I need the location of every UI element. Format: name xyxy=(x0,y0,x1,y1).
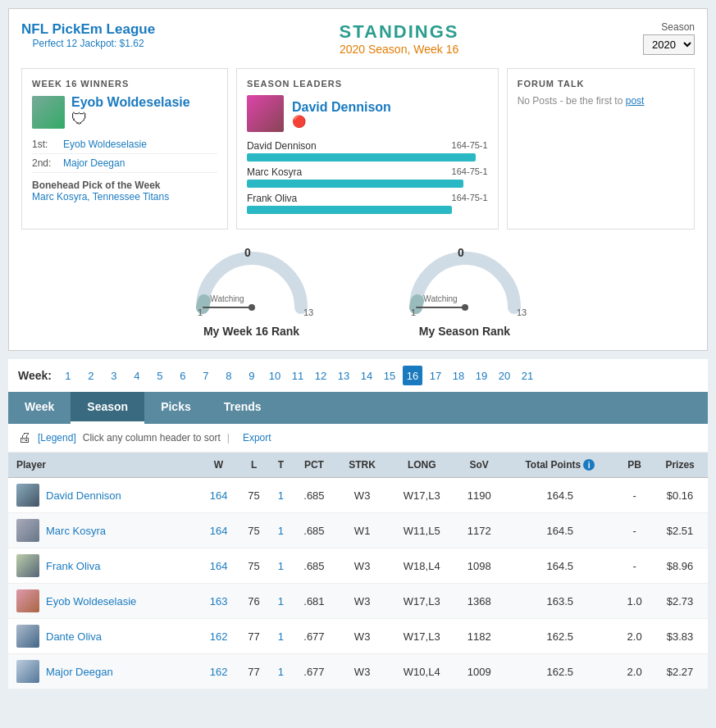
bonehead-section: Bonehead Pick of the Week Marc Kosyra, T… xyxy=(32,180,217,202)
tab-trends[interactable]: Trends xyxy=(208,392,278,424)
cell-prizes: $2.73 xyxy=(652,584,708,619)
table-row: Dante Oliva 162 77 1 .677 W3 W17,L3 1182… xyxy=(8,619,708,654)
cell-strk: W3 xyxy=(336,584,389,619)
player-name-link[interactable]: Frank Oliva xyxy=(46,560,100,572)
winner-info: Eyob Woldeselasie 🛡 xyxy=(71,95,190,129)
table-row: Eyob Woldeselasie 163 76 1 .681 W3 W17,L… xyxy=(8,584,708,619)
cell-t: 1 xyxy=(270,548,293,584)
cell-pct: .685 xyxy=(292,513,335,548)
week-8[interactable]: 8 xyxy=(219,366,239,385)
col-prizes[interactable]: Prizes xyxy=(652,453,708,478)
player-name-link[interactable]: David Dennison xyxy=(46,489,121,502)
no-posts-text: No Posts - be the first to xyxy=(518,95,626,107)
player-cell: Eyob Woldeselasie xyxy=(8,584,198,619)
cell-prizes: $2.27 xyxy=(652,654,708,689)
player-cell: Marc Kosyra xyxy=(8,513,198,548)
season-leaders-title: SEASON LEADERS xyxy=(247,79,488,89)
col-tp[interactable]: Total Points i xyxy=(504,453,618,478)
export-link[interactable]: Export xyxy=(243,432,271,444)
player-row-inner: David Dennison xyxy=(16,484,194,507)
gauges-row: 1 0 Watching 13 My Week 16 Rank 1 0 Watc… xyxy=(21,242,695,338)
cell-pb: - xyxy=(617,513,652,548)
week-6[interactable]: 6 xyxy=(173,366,193,385)
leader-row-1-header: Marc Kosyra 164-75-1 xyxy=(247,166,488,178)
col-pct[interactable]: PCT xyxy=(292,453,335,478)
player-name-link[interactable]: Marc Kosyra xyxy=(46,525,106,537)
player-avatar xyxy=(16,625,39,648)
col-t[interactable]: T xyxy=(270,453,293,478)
cell-strk: W3 xyxy=(336,619,389,654)
week-15[interactable]: 15 xyxy=(380,366,399,385)
cell-t: 1 xyxy=(270,513,293,548)
week-7[interactable]: 7 xyxy=(196,366,216,385)
cell-pct: .677 xyxy=(292,619,335,654)
week-rank-gauge: 1 0 Watching 13 My Week 16 Rank xyxy=(178,242,326,338)
svg-point-1 xyxy=(249,304,255,311)
week-21[interactable]: 21 xyxy=(518,366,537,385)
col-player[interactable]: Player xyxy=(8,453,198,478)
tab-week[interactable]: Week xyxy=(8,392,71,424)
week-14[interactable]: 14 xyxy=(357,366,376,385)
week-5[interactable]: 5 xyxy=(150,366,170,385)
tab-picks[interactable]: Picks xyxy=(144,392,208,424)
week-winners-card: WEEK 16 WINNERS Eyob Woldeselasie 🛡 1st:… xyxy=(21,68,228,230)
leader-row-0: David Dennison 164-75-1 xyxy=(247,140,488,162)
cell-w: 162 xyxy=(198,619,238,654)
col-w[interactable]: W xyxy=(198,453,238,478)
legend-button[interactable]: [Legend] xyxy=(38,432,76,444)
svg-text:1: 1 xyxy=(198,307,203,316)
standings-title: STANDINGS xyxy=(340,21,459,43)
post-link[interactable]: post xyxy=(626,95,645,107)
week-4[interactable]: 4 xyxy=(127,366,147,385)
place-2nd: 2nd: Major Deegan xyxy=(32,154,217,173)
cell-tp: 164.5 xyxy=(504,548,618,584)
week-2[interactable]: 2 xyxy=(81,366,101,385)
week-13[interactable]: 13 xyxy=(334,366,353,385)
week-11[interactable]: 11 xyxy=(288,366,308,385)
week-17[interactable]: 17 xyxy=(426,366,445,385)
tab-season[interactable]: Season xyxy=(71,392,144,424)
week-3[interactable]: 3 xyxy=(104,366,124,385)
player-name-link[interactable]: Eyob Woldeselasie xyxy=(46,595,136,607)
cell-pct: .681 xyxy=(292,584,335,619)
winner-row: Eyob Woldeselasie 🛡 xyxy=(32,95,217,129)
cell-sov: 1172 xyxy=(455,513,504,548)
col-l[interactable]: L xyxy=(239,453,270,478)
week-16[interactable]: 16 xyxy=(403,366,422,385)
col-long[interactable]: LONG xyxy=(389,453,455,478)
leader-1-bar xyxy=(247,180,463,188)
player-name-link[interactable]: Dante Oliva xyxy=(46,630,102,643)
player-avatar xyxy=(16,660,39,683)
player-row-inner: Eyob Woldeselasie xyxy=(16,589,194,612)
cell-pct: .685 xyxy=(292,478,335,513)
col-strk[interactable]: STRK xyxy=(336,453,389,478)
standings-subtitle: 2020 Season, Week 16 xyxy=(340,43,459,56)
total-points-info-icon[interactable]: i xyxy=(583,459,595,471)
leader-row-1: Marc Kosyra 164-75-1 xyxy=(247,166,488,188)
col-pb[interactable]: PB xyxy=(617,453,652,478)
cell-w: 164 xyxy=(198,548,238,584)
week-20[interactable]: 20 xyxy=(495,366,514,385)
cell-long: W18,L4 xyxy=(389,548,455,584)
week-10[interactable]: 10 xyxy=(265,366,285,385)
player-avatar xyxy=(16,589,39,612)
cell-l: 75 xyxy=(239,478,270,513)
season-rank-svg: 1 0 Watching 13 xyxy=(399,242,531,316)
leader-2-bar xyxy=(247,206,452,214)
season-label: Season xyxy=(643,21,695,33)
sort-hint: Click any column header to sort xyxy=(83,432,221,444)
svg-text:Watching: Watching xyxy=(210,294,244,303)
week-1[interactable]: 1 xyxy=(58,366,78,385)
svg-text:0: 0 xyxy=(458,246,464,259)
col-sov[interactable]: SoV xyxy=(455,453,504,478)
season-select[interactable]: 2020 2019 2018 xyxy=(643,34,695,55)
print-icon[interactable]: 🖨 xyxy=(18,430,31,445)
forum-no-posts: No Posts - be the first to post xyxy=(518,95,684,107)
week-18[interactable]: 18 xyxy=(449,366,468,385)
week-12[interactable]: 12 xyxy=(311,366,331,385)
league-info: NFL PickEm League Perfect 12 Jackpot: $1… xyxy=(21,21,155,49)
standings-table: Player W L T PCT STRK LONG SoV Total Poi… xyxy=(8,453,708,689)
week-19[interactable]: 19 xyxy=(472,366,491,385)
week-9[interactable]: 9 xyxy=(242,366,262,385)
player-name-link[interactable]: Major Deegan xyxy=(46,666,113,678)
